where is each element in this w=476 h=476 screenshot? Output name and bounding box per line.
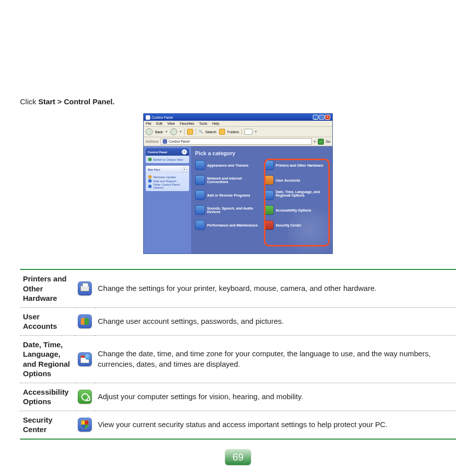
search-label: Search bbox=[206, 130, 217, 134]
category-network-internet[interactable]: Network and Internet Connections bbox=[195, 175, 260, 185]
menu-edit[interactable]: Edit bbox=[156, 122, 162, 125]
category-add-remove-programs[interactable]: Add or Remove Programs bbox=[195, 190, 260, 200]
up-button[interactable] bbox=[187, 129, 193, 135]
search-icon[interactable]: 🔍 bbox=[199, 130, 203, 134]
sidebar-panel-control: Control Panel « Switch to Classic View bbox=[146, 148, 189, 163]
views-button[interactable] bbox=[244, 129, 252, 135]
back-label: Back bbox=[155, 130, 163, 134]
bullet-icon bbox=[148, 175, 152, 179]
desc-user-accounts: Change user account settings, passwords,… bbox=[95, 307, 456, 335]
folders-icon[interactable] bbox=[219, 129, 225, 135]
maximize-button[interactable]: □ bbox=[319, 115, 324, 120]
link-other-cp-options[interactable]: Other Control Panel Options bbox=[148, 183, 187, 189]
close-button[interactable]: × bbox=[325, 115, 330, 120]
link-help-support[interactable]: Help and Support bbox=[148, 179, 187, 183]
address-dropdown-icon[interactable]: ▾ bbox=[314, 140, 316, 144]
window-title: Control Panel bbox=[152, 116, 173, 119]
sidebar-panel-title: See Also bbox=[148, 168, 160, 171]
collapse-icon[interactable]: « bbox=[182, 167, 187, 172]
category-heading: Pick a category bbox=[195, 150, 328, 156]
window-icon bbox=[146, 115, 150, 120]
collapse-icon[interactable]: « bbox=[182, 149, 187, 155]
address-label: Address bbox=[146, 140, 159, 143]
table-row: Printers and Other Hardware Change the s… bbox=[20, 269, 456, 307]
highlight-box bbox=[264, 159, 330, 246]
term-security-center: Security Center bbox=[20, 411, 75, 439]
accessibility-icon bbox=[78, 390, 92, 404]
instruction-prefix: Click bbox=[20, 97, 38, 106]
menu-file[interactable]: File bbox=[146, 122, 151, 125]
link-windows-update[interactable]: Windows Update bbox=[148, 175, 187, 179]
sounds-icon bbox=[195, 205, 205, 215]
category-view: Pick a category Appearance and Themes Ne… bbox=[191, 146, 332, 253]
forward-button[interactable] bbox=[170, 128, 177, 135]
term-date-time: Date, Time, Language, and Regional Optio… bbox=[20, 335, 75, 383]
term-accessibility: Accessibility Options bbox=[20, 383, 75, 411]
users-icon bbox=[78, 314, 92, 328]
go-label: Go bbox=[326, 140, 330, 143]
link-switch-classic-view[interactable]: Switch to Classic View bbox=[148, 158, 187, 161]
folders-label: Folders bbox=[228, 130, 239, 134]
table-row: Accessibility Options Adjust your comput… bbox=[20, 383, 456, 411]
sidebar-panel-seealso: See Also « Windows Update Help and Suppo… bbox=[146, 166, 189, 191]
toolbar: Back ▾ ▾ 🔍 Search Folders ▾ bbox=[144, 127, 332, 137]
address-field[interactable]: Control Panel bbox=[161, 138, 312, 145]
date-icon bbox=[78, 352, 92, 366]
term-user-accounts: User Accounts bbox=[20, 307, 75, 335]
desc-date-time: Change the date, time, and time zone for… bbox=[95, 335, 456, 383]
menu-favorites[interactable]: Favorites bbox=[180, 122, 194, 125]
menu-tools[interactable]: Tools bbox=[199, 122, 207, 125]
table-row: Date, Time, Language, and Regional Optio… bbox=[20, 335, 456, 383]
category-description-table: Printers and Other Hardware Change the s… bbox=[20, 269, 456, 440]
control-panel-window: Control Panel _ □ × File Edit View Favor… bbox=[143, 113, 333, 254]
category-performance-maintenance[interactable]: Performance and Maintenance bbox=[195, 220, 260, 230]
address-icon bbox=[163, 139, 167, 144]
category-appearance-themes[interactable]: Appearance and Themes bbox=[195, 160, 260, 170]
sidebar-panel-title: Control Panel bbox=[148, 151, 167, 154]
sidebar: Control Panel « Switch to Classic View S… bbox=[144, 146, 191, 253]
table-row: Security Center View your current securi… bbox=[20, 411, 456, 439]
menu-view[interactable]: View bbox=[167, 122, 175, 125]
forward-dropdown-icon[interactable]: ▾ bbox=[180, 130, 182, 134]
category-sounds-speech[interactable]: Sounds, Speech, and Audio Devices bbox=[195, 205, 260, 215]
appearance-icon bbox=[195, 160, 205, 170]
window-titlebar: Control Panel _ □ × bbox=[144, 114, 332, 121]
shield-icon bbox=[78, 418, 92, 432]
desc-printers-hardware: Change the settings for your printer, ke… bbox=[95, 269, 456, 307]
term-printers-hardware: Printers and Other Hardware bbox=[20, 269, 75, 307]
address-value: Control Panel bbox=[169, 140, 190, 143]
back-button[interactable] bbox=[146, 128, 153, 135]
go-button[interactable]: → bbox=[318, 139, 324, 145]
page-number: 69 bbox=[225, 449, 251, 465]
back-dropdown-icon[interactable]: ▾ bbox=[166, 130, 168, 134]
bullet-icon bbox=[148, 179, 152, 183]
desc-accessibility: Adjust your computer settings for vision… bbox=[95, 383, 456, 411]
network-icon bbox=[195, 175, 205, 185]
desc-security-center: View your current security status and ac… bbox=[95, 411, 456, 439]
performance-icon bbox=[195, 220, 205, 230]
table-row: User Accounts Change user account settin… bbox=[20, 307, 456, 335]
minimize-button[interactable]: _ bbox=[313, 115, 318, 120]
instruction-bold: Start > Control Panel. bbox=[38, 97, 115, 106]
printer-icon bbox=[78, 281, 92, 295]
menu-bar: File Edit View Favorites Tools Help bbox=[144, 121, 332, 127]
menu-help[interactable]: Help bbox=[212, 122, 219, 125]
bullet-icon bbox=[148, 185, 152, 188]
address-bar: Address Control Panel ▾ → Go bbox=[144, 137, 332, 146]
bullet-icon bbox=[148, 158, 152, 161]
programs-icon bbox=[195, 190, 205, 200]
views-dropdown-icon[interactable]: ▾ bbox=[255, 130, 257, 134]
instruction-line: Click Start > Control Panel. bbox=[20, 97, 456, 106]
